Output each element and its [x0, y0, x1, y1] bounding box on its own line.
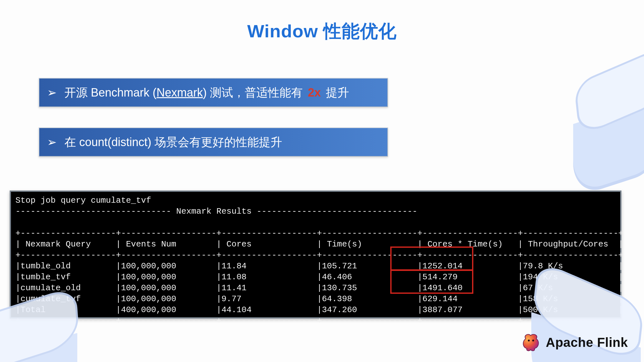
chevron-right-icon: ➢	[47, 86, 57, 99]
cloud-decoration-top-right	[544, 51, 644, 187]
term-line: |tumble_old |100,000,000 |11.84 |105.721…	[15, 261, 623, 271]
term-line: ------------------------------- Nexmark …	[15, 207, 417, 216]
bullet-1-text: 开源 Benchmark (Nexmark) 测试，普适性能有 2x 提升	[64, 86, 349, 99]
bullet-1-prefix: 开源 Benchmark (	[64, 86, 156, 99]
terminal-output: Stop job query cumulate_tvf ------------…	[10, 190, 621, 319]
term-line: +-------------------+-------------------…	[15, 250, 623, 260]
bullet-1-mid: ) 测试，普适性能有	[203, 86, 306, 99]
slide: Window 性能优化 ➢ 开源 Benchmark (Nexmark) 测试，…	[0, 0, 644, 362]
svg-point-1	[532, 339, 534, 341]
bullet-1-content: ➢ 开源 Benchmark (Nexmark) 测试，普适性能有 2x 提升	[47, 86, 380, 99]
bullet-1: ➢ 开源 Benchmark (Nexmark) 测试，普适性能有 2x 提升	[39, 78, 388, 107]
term-line: |tumble_tvf |100,000,000 |11.08 |46.406 …	[15, 272, 623, 282]
flink-squirrel-icon	[521, 332, 541, 352]
footer-brand: Apache Flink	[521, 332, 628, 352]
svg-point-0	[528, 339, 530, 341]
term-line: |cumulate_old |100,000,000 |11.41 |130.7…	[15, 283, 623, 293]
terminal-pre: Stop job query cumulate_tvf ------------…	[15, 195, 616, 326]
term-line: | Nexmark Query | Events Num | Cores | T…	[15, 239, 623, 249]
bullet-1-highlight: 2x	[308, 86, 321, 99]
bullet-2: ➢ 在 count(distinct) 场景会有更好的性能提升	[39, 127, 388, 157]
nexmark-link[interactable]: Nexmark	[156, 86, 203, 99]
bullet-1-suffix: 提升	[323, 86, 349, 99]
bullet-2-content: ➢ 在 count(distinct) 场景会有更好的性能提升	[47, 135, 380, 149]
term-line: |Total |400,000,000 |44.104 |347.260 |38…	[15, 305, 623, 315]
term-line: +-------------------+-------------------…	[15, 316, 623, 326]
chevron-right-icon: ➢	[47, 135, 57, 149]
term-line: +-------------------+-------------------…	[15, 228, 623, 238]
footer-brand-text: Apache Flink	[546, 335, 628, 350]
term-line: |cumulate_tvf |100,000,000 |9.77 |64.398…	[15, 294, 623, 304]
term-line: Stop job query cumulate_tvf	[15, 196, 151, 205]
slide-title: Window 性能优化	[0, 19, 644, 44]
bullet-2-text: 在 count(distinct) 场景会有更好的性能提升	[64, 135, 282, 149]
